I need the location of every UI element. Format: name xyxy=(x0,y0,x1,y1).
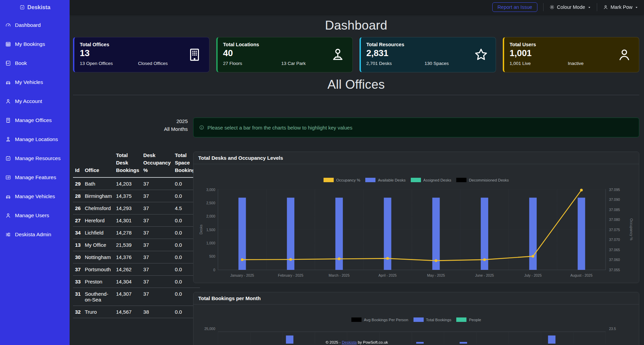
legend-item-occupancy-[interactable]: Occupancy % xyxy=(324,178,360,182)
colour-mode-dropdown[interactable]: Colour Mode xyxy=(549,4,591,10)
line-point-occupancy-july-2025[interactable] xyxy=(532,255,534,258)
sidebar-nav: DashboardMy BookingsBookMy VehiclesMy Ac… xyxy=(0,14,70,244)
stat-foot-right: Closed Offices xyxy=(138,61,168,66)
svg-text:February - 2025: February - 2025 xyxy=(278,273,303,277)
chart-card-desks-occupancy: Total Desks and Occupancy Levels Occupan… xyxy=(193,152,639,283)
legend-label: Occupancy % xyxy=(336,178,360,182)
office-cell: 14,567 xyxy=(114,306,141,318)
user-menu-dropdown[interactable]: Mark Pow xyxy=(603,4,638,10)
filter-display: 2025 All Months xyxy=(73,118,188,133)
sidebar-item-manage-resources[interactable]: Manage Resources xyxy=(0,149,70,168)
chart-card-bookings-per-month: Total Bookings per Month Avg Bookings Pe… xyxy=(193,292,639,345)
legend-label: Available Desks xyxy=(378,178,406,182)
journal-check-icon xyxy=(5,60,11,66)
user-name-label: Mark Pow xyxy=(611,4,632,10)
bar-available-desks-august-2025[interactable] xyxy=(578,198,585,270)
legend-item-total-bookings[interactable]: Total Bookings xyxy=(413,317,452,322)
desks-occupancy-chart[interactable]: 05001,0001,5002,0002,5003,00037.05537.06… xyxy=(197,186,636,279)
info-alert-text: Please select a bar from the charts belo… xyxy=(207,125,352,131)
line-point-occupancy-january-2025[interactable] xyxy=(241,258,243,261)
stat-title: Total Resources xyxy=(366,42,490,47)
content-grid: 2025 All Months IdOfficeTotal Desk Booki… xyxy=(73,118,639,345)
office-cell: 37 xyxy=(141,177,173,190)
svg-text:Occupancy %: Occupancy % xyxy=(629,219,633,241)
legend-swatch xyxy=(324,178,334,182)
line-point-occupancy-august-2025[interactable] xyxy=(580,189,583,191)
svg-text:March - 2025: March - 2025 xyxy=(329,273,350,277)
bar-available-desks-may-2025[interactable] xyxy=(432,198,440,270)
office-cell: 14,376 xyxy=(114,251,141,263)
offices-table-body: 29Bath14,203370.028Birmingham14,375370.0… xyxy=(73,177,200,318)
stat-foot-left: 13 Open Offices xyxy=(80,61,138,66)
line-point-occupancy-february-2025[interactable] xyxy=(289,258,292,261)
office-cell: 21,539 xyxy=(114,239,141,251)
sidebar-item-manage-features[interactable]: Manage Features xyxy=(0,168,70,187)
sidebar-item-manage-locations[interactable]: Manage Locations xyxy=(0,130,70,149)
stat-foot-right: Inactive xyxy=(568,61,584,66)
office-id-cell: 27 xyxy=(73,214,83,227)
sidebar-item-dashboard[interactable]: Dashboard xyxy=(0,16,70,35)
stat-card-total-offices: Total Offices1313 Open OfficesClosed Off… xyxy=(73,37,209,72)
chart-legend-desks-occupancy: Occupancy %Available DesksAssigned Desks… xyxy=(197,178,636,182)
svg-text:37.075: 37.075 xyxy=(609,228,620,232)
office-id-cell: 13 xyxy=(73,239,83,251)
office-cell: 14,278 xyxy=(114,227,141,239)
stat-value: 40 xyxy=(223,48,347,58)
office-cell: 14,304 xyxy=(114,276,141,288)
sidebar: Deskista DashboardMy BookingsBookMy Vehi… xyxy=(0,0,70,345)
sidebar-item-my-account[interactable]: My Account xyxy=(0,92,70,111)
line-point-occupancy-june-2025[interactable] xyxy=(483,258,486,261)
stat-foot-left: 27 Floors xyxy=(223,61,281,66)
office-cell: Southend-on-Sea xyxy=(83,288,114,306)
sidebar-item-manage-vehicles[interactable]: Manage Vehicles xyxy=(0,187,70,206)
table-row-truro: 32Truro14,567380.0 xyxy=(73,306,200,318)
legend-item-avg-bookings-per-person[interactable]: Avg Bookings Per Person xyxy=(351,317,408,322)
sidebar-item-my-bookings[interactable]: My Bookings xyxy=(0,35,70,54)
sidebar-item-manage-users[interactable]: Manage Users xyxy=(0,206,70,225)
svg-text:1,000: 1,000 xyxy=(206,241,215,245)
column-header-id: Id xyxy=(73,149,83,177)
line-point-occupancy-may-2025[interactable] xyxy=(435,259,437,262)
office-id-cell: 31 xyxy=(73,288,83,306)
sidebar-item-book[interactable]: Book xyxy=(0,54,70,73)
legend-item-available-desks[interactable]: Available Desks xyxy=(365,178,406,182)
office-cell: 37 xyxy=(141,239,173,251)
stat-card-total-resources: Total Resources2,8312,701 Desks130 Space… xyxy=(360,37,496,72)
building-icon xyxy=(5,117,11,123)
topbar-divider xyxy=(543,3,544,11)
sidebar-item-deskista-admin[interactable]: Deskista Admin xyxy=(0,225,70,244)
car-icon xyxy=(5,193,11,200)
footer-byline: by PowSoft.co.uk xyxy=(357,340,388,344)
chart-title-desks-occupancy: Total Desks and Occupancy Levels xyxy=(194,152,639,164)
legend-swatch xyxy=(351,317,362,322)
speedometer-icon xyxy=(5,22,11,28)
svg-text:37.065: 37.065 xyxy=(609,248,620,252)
table-row-birmingham: 28Birmingham14,375370.0 xyxy=(73,190,200,202)
bar-available-desks-july-2025[interactable] xyxy=(529,198,537,270)
legend-item-assigned-desks[interactable]: Assigned Desks xyxy=(411,178,451,182)
office-cell: Portsmouth xyxy=(83,263,114,276)
svg-text:500: 500 xyxy=(209,254,215,258)
svg-text:37.070: 37.070 xyxy=(609,238,620,242)
stat-title: Total Offices xyxy=(80,42,204,47)
footer-deskista-link[interactable]: Deskista xyxy=(342,340,357,344)
calendar-check-icon xyxy=(5,155,11,161)
stat-card-row: Total Offices1313 Open OfficesClosed Off… xyxy=(73,37,639,72)
line-point-occupancy-april-2025[interactable] xyxy=(386,257,389,260)
sidebar-item-manage-offices[interactable]: Manage Offices xyxy=(0,111,70,130)
stat-foot-left: 2,701 Desks xyxy=(366,61,425,66)
legend-label: Assigned Desks xyxy=(423,178,451,182)
topbar-divider xyxy=(597,3,597,11)
report-issue-button[interactable]: Report an Issue xyxy=(492,2,537,12)
stat-value: 13 xyxy=(80,48,204,58)
sidebar-item-my-vehicles[interactable]: My Vehicles xyxy=(0,73,70,92)
colour-mode-label: Colour Mode xyxy=(557,4,585,10)
table-row-portsmouth: 37Portsmouth14,262370.0 xyxy=(73,263,200,276)
stat-title: Total Users xyxy=(510,42,633,47)
app-logo[interactable]: Deskista xyxy=(0,0,70,14)
legend-item-decommisioned-desks[interactable]: Decommisioned Desks xyxy=(456,178,509,182)
line-point-occupancy-march-2025[interactable] xyxy=(338,258,341,260)
offices-table: IdOfficeTotal Desk BookingsDesk Occupanc… xyxy=(73,149,200,318)
calendar-grid-icon xyxy=(5,41,11,47)
legend-item-people[interactable]: People xyxy=(456,317,481,322)
